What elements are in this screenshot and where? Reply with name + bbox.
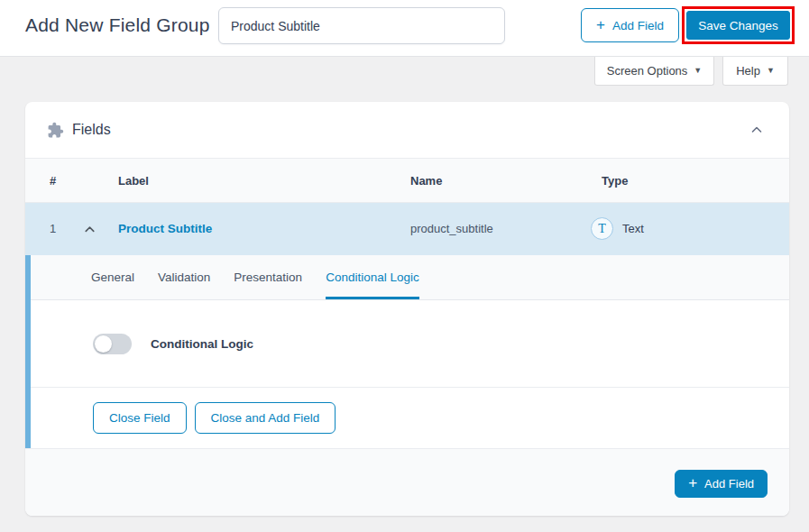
column-header-type: Type <box>602 174 628 188</box>
add-field-button-bottom[interactable]: + Add Field <box>675 470 768 498</box>
field-collapse-button[interactable] <box>81 221 98 238</box>
table-row: 1 Product Subtitle product_subtitle T Te… <box>25 203 789 255</box>
field-settings-tabs: General Validation Presentation Conditio… <box>31 255 789 300</box>
top-header-bar: Add New Field Group + Add Field Save Cha… <box>0 0 809 57</box>
tab-presentation[interactable]: Presentation <box>234 255 302 299</box>
plus-icon: + <box>596 17 605 32</box>
column-header-label: Label <box>118 174 149 188</box>
field-row-number: 1 <box>50 222 56 235</box>
page-title: Add New Field Group <box>25 14 210 36</box>
panel-collapse-button[interactable] <box>746 119 768 141</box>
screen-options-label: Screen Options <box>607 64 688 78</box>
tab-conditional-logic[interactable]: Conditional Logic <box>326 255 419 299</box>
field-name-value: product_subtitle <box>410 222 493 235</box>
column-header-number: # <box>50 174 56 188</box>
fields-panel-footer: + Add Field <box>25 448 789 516</box>
tab-validation[interactable]: Validation <box>158 255 210 299</box>
plus-icon: + <box>688 475 697 491</box>
conditional-logic-label: Conditional Logic <box>151 337 253 351</box>
chevron-up-icon <box>83 223 97 236</box>
field-type-cell: T Text <box>591 217 644 240</box>
help-dropdown[interactable]: Help ▼ <box>722 57 788 86</box>
screen-options-dropdown[interactable]: Screen Options ▼ <box>594 57 714 86</box>
text-type-icon: T <box>591 217 613 240</box>
fields-table-header: # Label Name Type <box>25 159 789 203</box>
field-label-link[interactable]: Product Subtitle <box>118 222 212 235</box>
tab-general[interactable]: General <box>91 255 134 299</box>
conditional-logic-toggle[interactable] <box>93 334 132 354</box>
field-settings-section: General Validation Presentation Conditio… <box>25 255 789 448</box>
fields-panel: Fields # Label Name Type 1 Product Subti… <box>25 102 789 516</box>
add-field-button-label: Add Field <box>612 19 664 32</box>
caret-down-icon: ▼ <box>767 67 775 75</box>
save-changes-highlight-box: Save Changes <box>682 6 795 44</box>
puzzle-icon <box>47 122 64 139</box>
caret-down-icon: ▼ <box>694 67 702 75</box>
column-header-name: Name <box>410 174 442 188</box>
close-and-add-field-button[interactable]: Close and Add Field <box>195 402 336 434</box>
help-label: Help <box>736 64 760 78</box>
add-field-button-label: Add Field <box>704 477 754 491</box>
chevron-up-icon <box>749 123 764 137</box>
close-field-button[interactable]: Close Field <box>93 402 187 434</box>
add-field-button-top[interactable]: + Add Field <box>581 8 679 42</box>
fields-panel-title: Fields <box>72 122 111 138</box>
fields-panel-header: Fields <box>25 102 789 159</box>
field-group-title-input[interactable] <box>218 7 505 44</box>
field-settings-actions: Close Field Close and Add Field <box>31 388 789 448</box>
conditional-logic-setting: Conditional Logic <box>31 300 789 388</box>
field-type-label: Text <box>622 222 644 235</box>
toggle-knob <box>95 335 112 353</box>
save-changes-button[interactable]: Save Changes <box>686 11 790 40</box>
